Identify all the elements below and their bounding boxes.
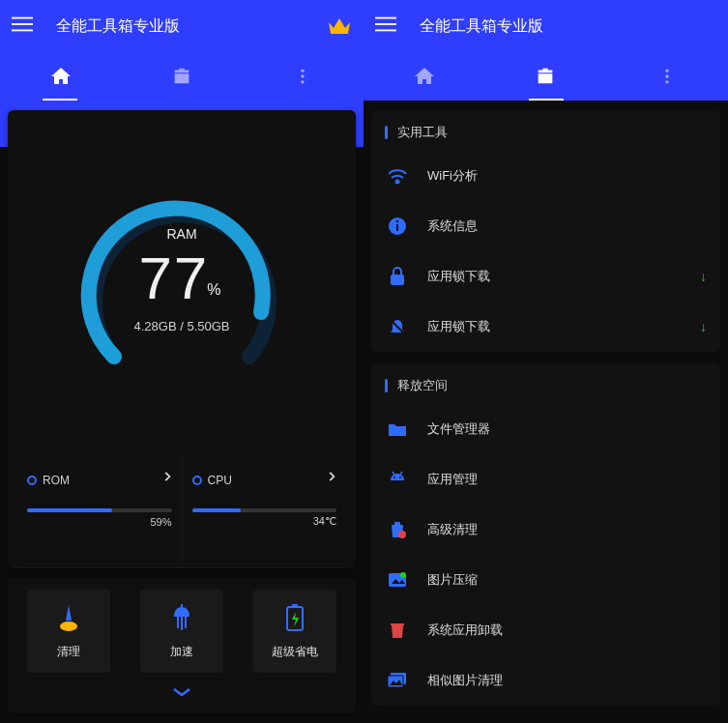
gauge[interactable]: RAM 77% 4.28GB / 5.50GB [17,120,346,448]
svg-rect-12 [375,30,396,32]
svg-rect-26 [394,522,400,525]
rom-stat[interactable]: ROM 59% [17,454,182,561]
expand-actions[interactable] [19,684,344,702]
tab-more[interactable] [288,62,317,91]
cpu-bar: 34℃ [192,508,337,512]
svg-line-24 [393,472,394,475]
action-clean-label: 清理 [57,644,80,660]
svg-point-4 [302,74,305,77]
gauge-label: RAM [166,226,196,242]
tab-bar-right [364,52,728,101]
app-manage-row[interactable]: 应用管理 [371,454,720,505]
action-boost[interactable]: 加速 [140,590,223,673]
system-uninstall-row[interactable]: 系统应用卸载 [371,605,720,655]
svg-point-6 [60,622,77,631]
row-label: 应用锁下载 [427,318,490,335]
svg-rect-2 [12,30,33,32]
svg-point-29 [400,572,406,578]
images-icon [385,671,410,690]
gauge-percent: 77% [138,244,224,312]
ram-card: RAM 77% 4.28GB / 5.50GB ROM [8,110,356,568]
svg-point-22 [393,477,395,478]
file-manager-row[interactable]: 文件管理器 [371,404,720,454]
similar-images-row[interactable]: 相似图片清理 [371,655,720,706]
app-title: 全能工具箱专业版 [420,16,543,37]
tab-tools[interactable] [531,62,560,91]
action-battery-label: 超级省电 [272,644,318,660]
download-icon: ↓ [700,269,707,284]
svg-point-23 [399,477,401,478]
header-left: 全能工具箱专业版 [0,0,364,52]
tab-bar-left [0,52,364,101]
svg-rect-10 [375,17,396,19]
wifi-analysis-row[interactable]: WiFi分析 [371,151,720,201]
tab-home[interactable] [410,62,439,91]
section-title: 实用工具 [397,124,448,141]
wifi-icon [385,166,410,186]
cpu-ring-icon [192,476,202,485]
svg-rect-30 [391,623,404,625]
left-screen: 全能工具箱专业版 RAM 77% [0,0,364,723]
cpu-stat[interactable]: CPU 34℃ [182,454,347,561]
row-label: 高级清理 [427,521,478,538]
row-label: 文件管理器 [427,420,490,438]
tab-tools[interactable] [167,62,196,91]
right-screen: 全能工具箱专业版 实用工具 WiFi分析 [364,0,728,723]
trash-gear-icon [385,520,410,539]
app-title: 全能工具箱专业版 [56,16,180,37]
svg-point-15 [665,80,668,83]
svg-line-25 [400,472,402,475]
row-label: 图片压缩 [427,571,478,589]
svg-rect-1 [12,23,33,25]
info-icon [385,217,410,236]
svg-rect-9 [292,604,298,607]
bell-off-icon [385,317,410,336]
row-label: WiFi分析 [427,167,478,185]
action-boost-label: 加速 [170,644,193,660]
svg-point-19 [396,220,399,223]
svg-rect-18 [396,224,398,231]
svg-point-3 [302,70,305,72]
tab-more[interactable] [653,62,682,91]
svg-rect-11 [375,23,396,25]
tab-home[interactable] [46,62,75,91]
gauge-subtext: 4.28GB / 5.50GB [133,319,229,333]
cpu-value: 34℃ [313,515,336,528]
svg-rect-7 [181,604,183,608]
chevron-right-icon [160,470,174,487]
free-space-section: 释放空间 文件管理器 应用管理 高级清理 [371,363,720,706]
rom-ring-icon [27,476,37,485]
svg-rect-20 [391,275,404,285]
download-icon: ↓ [700,319,707,334]
action-battery[interactable]: 超级省电 [253,590,336,673]
android-icon [385,470,410,489]
cpu-label: CPU [208,474,232,487]
applock-download-row[interactable]: 应用锁下载 ↓ [371,251,720,302]
image-compress-row[interactable]: 图片压缩 [371,555,720,605]
svg-rect-32 [388,676,403,687]
notification-download-row[interactable]: 应用锁下载 ↓ [371,302,720,352]
svg-rect-0 [12,17,33,19]
rom-label: ROM [43,474,70,487]
crown-icon[interactable] [327,16,352,36]
section-accent [385,379,388,392]
practical-tools-section: 实用工具 WiFi分析 系统信息 应用锁下载 ↓ [371,110,720,352]
section-accent [385,126,388,139]
lock-icon [385,267,410,286]
svg-point-27 [398,531,406,538]
system-info-row[interactable]: 系统信息 [371,201,720,251]
advanced-clean-row[interactable]: 高级清理 [371,505,720,555]
section-title: 释放空间 [397,377,448,394]
row-label: 相似图片清理 [427,672,503,689]
row-label: 系统应用卸载 [427,622,503,639]
row-label: 应用管理 [427,471,478,488]
svg-point-5 [302,80,305,83]
svg-point-13 [665,70,668,72]
header-right: 全能工具箱专业版 [364,0,728,52]
chevron-right-icon [325,470,338,487]
actions-card: 清理 加速 超级省电 [8,578,356,713]
menu-icon[interactable] [375,14,396,39]
action-clean[interactable]: 清理 [27,590,110,673]
svg-point-14 [665,74,668,77]
menu-icon[interactable] [12,14,33,39]
